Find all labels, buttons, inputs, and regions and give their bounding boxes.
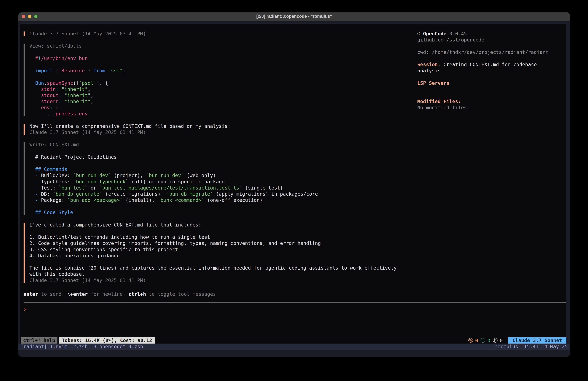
message-input-row: >: [23, 306, 563, 313]
screen-background: [2/3] radiant:3:opencode - "romulus" Cla…: [0, 0, 588, 381]
info-count-icon: ⓘ: [481, 337, 485, 344]
minimize-button[interactable]: [28, 15, 31, 18]
text-line: Write: CONTEXT.md: [29, 142, 412, 148]
sidebar-line: [417, 55, 565, 62]
text-line: ## Code Style: [29, 209, 412, 216]
text-line: Claude 3.7 Sonnet (14 May 2025 03:41 PM): [29, 129, 412, 135]
assistant-message: Now I'll create a comprehensive CONTEXT.…: [20, 123, 412, 135]
traffic-lights: [22, 12, 38, 21]
chat-transcript[interactable]: Claude 3.7 Sonnet (14 May 2025 03:41 PM)…: [20, 24, 412, 284]
text-line: I've created a comprehensive CONTEXT.md …: [29, 222, 412, 228]
input-hint: enter to send, \+enter for newline, ctrl…: [23, 291, 216, 297]
prompt-caret: >: [23, 306, 26, 313]
sidebar-line: No modified files: [417, 105, 565, 111]
warning-count-icon: ⓦ: [468, 337, 473, 344]
text-line: stdout: "inherit",: [29, 92, 412, 98]
text-line: ## Commands: [29, 166, 412, 172]
text-line: import { Resource } from "sst";: [29, 68, 412, 74]
sidebar-line: © OpenCode 0.0.45: [417, 31, 565, 37]
text-line: [29, 49, 412, 55]
diagnostic-counters: ⓦ0ⓘ0ⓗ0: [468, 337, 503, 344]
message-accent-bar: [23, 44, 25, 116]
text-line: [29, 203, 412, 209]
text-line: Bun.spawnSync([`psql`], {: [29, 80, 412, 86]
text-line: 1. Build/lint/test commands including ho…: [29, 234, 412, 240]
text-line: View: script/db.ts: [29, 43, 412, 49]
tmux-status-bar: [radiant] 1:nvim 2:zsh- 3:opencode* 4:zs…: [18, 344, 570, 350]
text-line: - DB: `bun db generate` (create migratio…: [29, 191, 412, 197]
text-line: 2. Code style guidelines covering import…: [29, 240, 412, 246]
diagnostic-counter: ⓗ0: [493, 337, 503, 344]
text-line: - Build/Dev: `bun run dev` (project), `b…: [29, 172, 412, 179]
diagnostic-counter: ⓘ0: [481, 337, 490, 344]
text-line: Claude 3.7 Sonnet (14 May 2025 03:41 PM): [29, 277, 412, 284]
sidebar-line: github.com/sst/opencode: [417, 37, 565, 43]
session-sidebar: © OpenCode 0.0.45github.com/sst/opencode…: [417, 31, 565, 111]
window-titlebar[interactable]: [2/3] radiant:3:opencode - "romulus": [18, 12, 570, 21]
tmux-session-windows[interactable]: [radiant] 1:nvim 2:zsh- 3:opencode* 4:zs…: [21, 344, 143, 350]
terminal-window: [2/3] radiant:3:opencode - "romulus" Cla…: [18, 12, 570, 357]
sidebar-line: [417, 43, 565, 49]
window-title: [2/3] radiant:3:opencode - "romulus": [18, 14, 570, 19]
diagnostic-counter: ⓦ0: [468, 337, 478, 344]
counter-value: 0: [500, 338, 503, 343]
close-button[interactable]: [22, 15, 25, 18]
counter-value: 0: [487, 338, 490, 343]
text-line: 3. CSS styling conventions specific to t…: [29, 247, 412, 253]
tokens-cost-badge: Tokens: 16.4K (8%), Cost: $0.12: [59, 337, 155, 344]
model-badge: Claude 3.7 Sonnet: [508, 337, 566, 344]
status-bar: ctrl+? help Tokens: 16.4K (8%), Cost: $0…: [20, 337, 566, 344]
text-line: - Test: `bun test` or `bun test packages…: [29, 185, 412, 191]
text-line: [29, 148, 412, 154]
tool-view-script-db: View: script/db.ts #!/usr/bin/env bun im…: [20, 43, 412, 117]
text-line: [29, 160, 412, 166]
zoom-button[interactable]: [34, 15, 38, 18]
message-input[interactable]: [26, 306, 563, 313]
text-line: 4. Database operations guidance: [29, 253, 412, 259]
message-accent-bar: [23, 223, 25, 283]
text-line: The file is concise (20 lines) and captu…: [29, 265, 412, 271]
message-accent-bar: [23, 31, 25, 36]
input-separator: [23, 302, 566, 303]
message-accent-bar: [23, 124, 25, 135]
text-line: [29, 74, 412, 80]
text-line: stdin: "inherit",: [29, 86, 412, 92]
sidebar-line: [417, 74, 565, 80]
text-line: - TypeCheck: `bun run typecheck` (all) o…: [29, 179, 412, 185]
status-left: ctrl+? help Tokens: 16.4K (8%), Cost: $0…: [21, 337, 155, 344]
terminal-content: Claude 3.7 Sonnet (14 May 2025 03:41 PM)…: [18, 21, 570, 357]
text-line: stderr: "inherit",: [29, 98, 412, 105]
hint-count-icon: ⓗ: [493, 337, 498, 344]
text-line: # Radiant Project Guidelines: [29, 154, 412, 160]
text-line: [29, 62, 412, 68]
status-right: ⓦ0ⓘ0ⓗ0 Claude 3.7 Sonnet: [468, 337, 566, 344]
sidebar-line: Modified Files:: [417, 98, 565, 105]
sidebar-line: [417, 86, 565, 92]
tmux-host-clock: "romulus" 15:41 14-May-25: [495, 344, 568, 350]
sidebar-line: LSP Servers: [417, 80, 565, 86]
text-line: [29, 259, 412, 265]
opencode-tui: Claude 3.7 Sonnet (14 May 2025 03:41 PM)…: [20, 24, 566, 344]
message-accent-bar: [23, 142, 25, 215]
assistant-message: I've created a comprehensive CONTEXT.md …: [20, 222, 412, 284]
text-line: ...process.env,: [29, 111, 412, 117]
tool-write-context-md: Write: CONTEXT.md # Radiant Project Guid…: [20, 142, 412, 216]
text-line: - Package: `bun add <package>` (install)…: [29, 197, 412, 203]
sidebar-line: Session: Creating CONTEXT.md for codebas…: [417, 62, 565, 68]
text-line: [29, 228, 412, 234]
counter-value: 0: [475, 338, 478, 343]
text-line: Now I'll create a comprehensive CONTEXT.…: [29, 123, 412, 129]
sidebar-line: [417, 92, 565, 98]
text-line: #!/usr/bin/env bun: [29, 55, 412, 62]
hint-line: enter to send, \+enter for newline, ctrl…: [23, 291, 216, 297]
text-line: env: {: [29, 105, 412, 111]
text-line: Claude 3.7 Sonnet (14 May 2025 03:41 PM): [29, 31, 412, 37]
sidebar-line: analysis: [417, 68, 565, 74]
sidebar-line: cwd: /home/thdxr/dev/projects/radiant/ra…: [417, 49, 565, 55]
help-keybind-badge: ctrl+? help: [21, 337, 58, 344]
text-line: with this codebase.: [29, 271, 412, 277]
assistant-message-tail: Claude 3.7 Sonnet (14 May 2025 03:41 PM): [20, 31, 412, 37]
